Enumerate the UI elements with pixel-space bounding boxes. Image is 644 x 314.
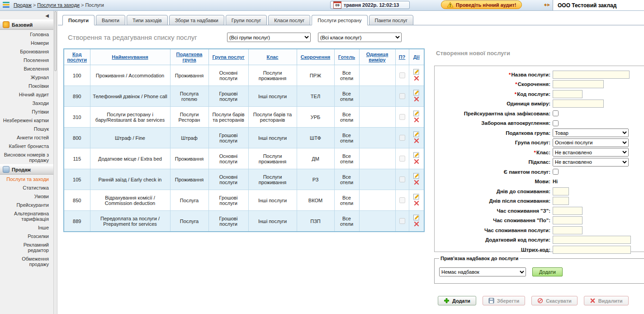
addons-select[interactable]: Немає надбавок <box>439 267 526 276</box>
delete-icon[interactable] <box>413 96 420 103</box>
sidebar-item[interactable]: Заходи <box>0 99 53 107</box>
column-sort-link[interactable]: Дії <box>413 54 420 60</box>
sidebar-collapse-icon[interactable]: ◀ <box>0 11 53 19</box>
days-before-input[interactable] <box>553 187 569 195</box>
is-package-checkbox[interactable] <box>553 169 559 175</box>
abbreviation-input[interactable] <box>553 80 604 88</box>
column-sort-link[interactable]: Клас <box>267 54 279 60</box>
edit-icon[interactable] <box>413 214 420 221</box>
column-sort-link[interactable]: Скорочення <box>301 54 330 60</box>
tab-4[interactable]: Групи послуг <box>226 15 267 25</box>
sidebar-item[interactable]: Кабінет брониста <box>0 142 53 150</box>
addon-add-button[interactable]: Додати <box>532 267 563 276</box>
edit-icon[interactable] <box>413 110 420 117</box>
delete-icon[interactable] <box>413 180 420 186</box>
cancel-button[interactable]: Скасувати <box>531 296 578 305</box>
tab-6[interactable]: Послуги ресторану <box>312 15 367 25</box>
edit-icon[interactable] <box>413 131 420 138</box>
edit-icon[interactable] <box>413 152 420 158</box>
column-sort-link[interactable]: Готель <box>338 54 355 60</box>
save-button[interactable]: Зберегти <box>483 296 525 305</box>
time-to-input[interactable] <box>553 216 582 224</box>
sidebar-item[interactable]: Незбережені картки <box>0 116 53 124</box>
breadcrumb-link-sales[interactable]: Продаж <box>14 2 32 8</box>
edit-icon[interactable] <box>413 172 420 179</box>
edit-icon[interactable] <box>413 68 420 75</box>
sidebar-item[interactable]: Номери <box>0 38 53 47</box>
filter-classes-select[interactable]: (Всі класи послуг) <box>318 33 402 42</box>
table-cell: 115 <box>64 148 90 169</box>
service-group-select[interactable]: Основні послуги <box>553 138 629 147</box>
sidebar-section-header[interactable]: Продаж <box>0 164 53 175</box>
sidebar-item[interactable]: Обмеження продажу <box>0 254 53 268</box>
tab-5[interactable]: Класи послуг <box>268 15 310 25</box>
sidebar-item[interactable]: Послуги та заходи <box>0 175 53 183</box>
sidebar-scrollbar[interactable] <box>53 11 57 314</box>
delete-icon <box>590 298 596 304</box>
filter-groups-select[interactable]: (Всі групи послуг) <box>227 33 311 42</box>
column-sort-link[interactable]: П? <box>399 54 406 60</box>
class-select[interactable]: Не встановлено <box>553 148 629 157</box>
sidebar-item[interactable]: Бронювання <box>0 47 53 56</box>
delete-icon[interactable] <box>413 221 420 228</box>
unit-input[interactable] <box>553 100 604 108</box>
column-sort-link[interactable]: Код послуги <box>67 52 87 62</box>
sidebar-item[interactable]: Головна <box>0 30 53 38</box>
sidebar-item[interactable]: Висновок номерів з продажу <box>0 150 53 164</box>
sidebar-item[interactable]: Розсилки <box>0 232 53 240</box>
barcode-input[interactable] <box>553 246 631 254</box>
edit-icon[interactable] <box>413 89 420 96</box>
sidebar-item[interactable]: Покоївки <box>0 81 53 90</box>
datetime-widget[interactable]: 09 травня 2022р. 12:02:13 <box>330 1 410 9</box>
column-sort-link[interactable]: Одиниця виміру <box>366 52 388 62</box>
app-menu-icon[interactable] <box>3 2 9 8</box>
delete-icon[interactable] <box>413 159 420 166</box>
delete-icon[interactable] <box>413 117 420 124</box>
days-after-input[interactable] <box>553 197 569 205</box>
sidebar-item[interactable]: Пошук <box>0 124 53 133</box>
subclass-select[interactable]: Не встановлено <box>553 158 629 167</box>
column-sort-link[interactable]: Податкова група <box>176 52 203 62</box>
tab-0[interactable]: Послуги <box>62 15 95 25</box>
sidebar-item[interactable]: Статистика <box>0 183 53 192</box>
edit-icon[interactable] <box>413 193 420 200</box>
tab-2[interactable]: Типи заходів <box>127 15 168 25</box>
sidebar-item[interactable]: Альтернативна тарифікація <box>0 209 53 223</box>
sidebar-item[interactable]: Поселення <box>0 56 53 64</box>
class-row: *Клас:Не встановлено <box>435 148 644 157</box>
add-button[interactable]: Додати <box>438 296 476 305</box>
tax-group-select[interactable]: Товар <box>553 128 629 137</box>
sidebar-item[interactable]: Анкети гостей <box>0 133 53 142</box>
sidebar-item[interactable]: Інше <box>0 223 53 232</box>
delete-icon[interactable] <box>413 200 420 207</box>
tab-1[interactable]: Валюти <box>96 15 125 25</box>
breadcrumb-link-services-events[interactable]: Послуги та заходи <box>37 2 80 8</box>
delete-button[interactable]: Видалити <box>584 296 629 305</box>
is-package-label: Є пакетом послуг: <box>435 169 553 175</box>
sidebar-item[interactable]: Виселення <box>0 64 53 73</box>
sidebar-item[interactable]: Журнал <box>0 73 53 81</box>
sidebar-item[interactable]: Путівки <box>0 107 53 116</box>
tab-3[interactable]: Збори та надбавки <box>169 15 224 25</box>
delete-icon[interactable] <box>413 76 420 82</box>
scrollbar-thumb[interactable] <box>54 11 57 71</box>
column-sort-link[interactable]: Найменування <box>112 54 148 60</box>
sidebar-item[interactable]: Умови <box>0 192 53 200</box>
sidebar-section-header[interactable]: Базовий <box>0 19 53 30</box>
column-sort-link[interactable]: Група послуг <box>212 54 244 60</box>
sidebar-item[interactable]: Прейскуранти <box>0 200 53 209</box>
service-name-input[interactable] <box>553 71 630 79</box>
tab-7[interactable]: Пакети послуг <box>369 15 413 25</box>
panel-toggle-arrows-icon[interactable]: ◆▶ <box>544 3 550 7</box>
sidebar-item[interactable]: Рекламний редактор <box>0 240 53 254</box>
calendar-icon: 09 <box>333 1 341 9</box>
service-time-input[interactable] <box>553 226 582 234</box>
extra-code-input[interactable] <box>553 236 631 244</box>
no-autoround-checkbox[interactable] <box>553 120 559 126</box>
service-code-input[interactable] <box>553 90 582 98</box>
night-audit-warning-button[interactable]: Проведіть нічний аудит! <box>441 0 522 9</box>
sidebar-item[interactable]: Нічний аудит <box>0 90 53 99</box>
time-from-input[interactable] <box>553 207 582 215</box>
delete-icon[interactable] <box>413 138 420 145</box>
fixed-price-checkbox[interactable] <box>553 110 559 116</box>
